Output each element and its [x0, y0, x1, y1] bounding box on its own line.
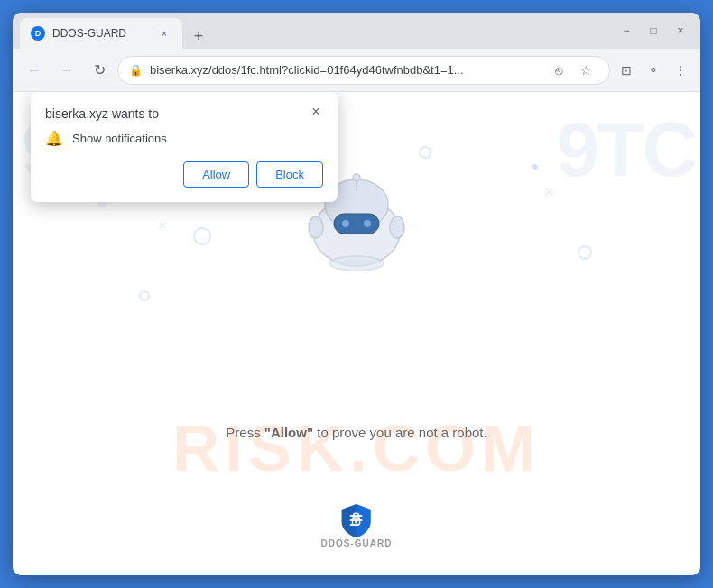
- share-button[interactable]: ⎋: [546, 58, 571, 83]
- block-button[interactable]: Block: [256, 161, 323, 188]
- window-controls: − □ ×: [614, 18, 693, 43]
- address-bar[interactable]: 🔒 biserka.xyz/ddos/1fc.html?clickid=01f6…: [117, 56, 610, 85]
- profile-button[interactable]: ⚬: [641, 58, 666, 83]
- menu-button[interactable]: ⋮: [668, 58, 693, 83]
- tab-strip: D DDOS-GUARD × +: [20, 13, 614, 49]
- tab-title: DDOS-GUARD: [52, 27, 150, 40]
- toolbar-actions: ⊡ ⚬ ⋮: [614, 58, 693, 83]
- close-button[interactable]: ×: [668, 18, 693, 43]
- tab-favicon: D: [31, 26, 45, 41]
- browser-window: D DDOS-GUARD × + − □ × ← → ↻ 🔒 biserka.x…: [13, 13, 700, 575]
- maximize-button[interactable]: □: [641, 18, 666, 43]
- shield-icon: [340, 502, 373, 535]
- allow-button[interactable]: Allow: [183, 161, 249, 188]
- svg-point-8: [353, 174, 360, 181]
- popup-title: biserka.xyz wants to: [45, 106, 323, 121]
- lock-icon: 🔒: [129, 64, 143, 77]
- new-tab-button[interactable]: +: [186, 23, 211, 49]
- address-actions: ⎋ ☆: [546, 58, 598, 83]
- svg-rect-10: [350, 515, 363, 517]
- notification-text: Show notifications: [72, 132, 167, 145]
- forward-button[interactable]: →: [52, 56, 81, 85]
- extensions-button[interactable]: ⊡: [614, 58, 639, 83]
- svg-point-9: [329, 256, 384, 271]
- back-button[interactable]: ←: [20, 56, 49, 85]
- url-text: biserka.xyz/ddos/1fc.html?clickid=01f64y…: [150, 63, 539, 77]
- title-bar: D DDOS-GUARD × + − □ ×: [13, 13, 700, 49]
- svg-point-14: [355, 521, 357, 524]
- page-content: 9TC 9TC ✕ ✕ RISK.COM: [13, 92, 700, 575]
- risk-watermark: RISK.COM: [172, 411, 541, 485]
- tab-close-button[interactable]: ×: [157, 26, 171, 41]
- main-message: Press "Allow" to prove you are not a rob…: [226, 425, 486, 440]
- bell-icon: 🔔: [45, 130, 63, 147]
- svg-point-3: [342, 220, 349, 227]
- bookmark-button[interactable]: ☆: [573, 58, 598, 83]
- svg-point-6: [390, 216, 404, 238]
- bottom-logo: DDOS-GUARD: [321, 502, 393, 548]
- popup-buttons: Allow Block: [45, 161, 323, 188]
- active-tab[interactable]: D DDOS-GUARD ×: [20, 18, 182, 49]
- svg-point-4: [364, 220, 371, 227]
- popup-notification-row: 🔔 Show notifications: [45, 130, 323, 147]
- minimize-button[interactable]: −: [614, 18, 639, 43]
- reload-button[interactable]: ↻: [85, 56, 114, 85]
- svg-rect-2: [334, 214, 379, 234]
- logo-text: DDOS-GUARD: [321, 538, 393, 548]
- svg-point-5: [309, 216, 323, 238]
- popup-close-button[interactable]: ×: [305, 101, 327, 123]
- toolbar: ← → ↻ 🔒 biserka.xyz/ddos/1fc.html?clicki…: [13, 49, 700, 92]
- notification-popup: × biserka.xyz wants to 🔔 Show notificati…: [31, 92, 338, 202]
